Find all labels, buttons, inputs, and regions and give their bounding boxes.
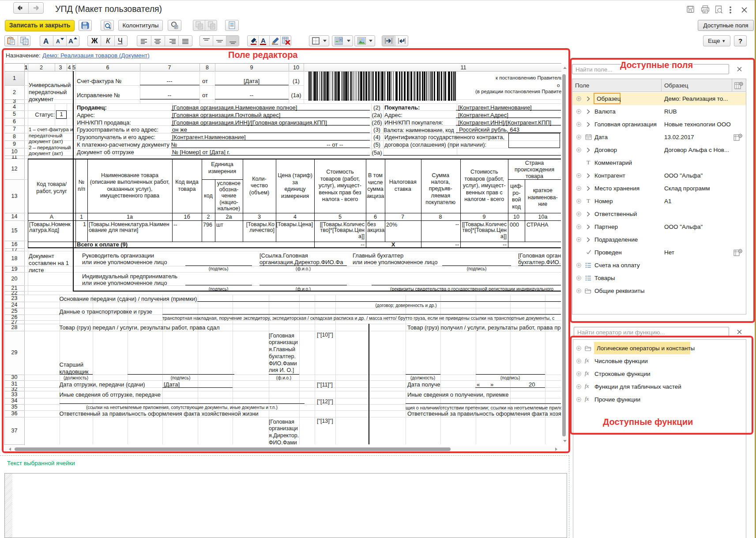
svg-text:R: R (340, 38, 342, 42)
